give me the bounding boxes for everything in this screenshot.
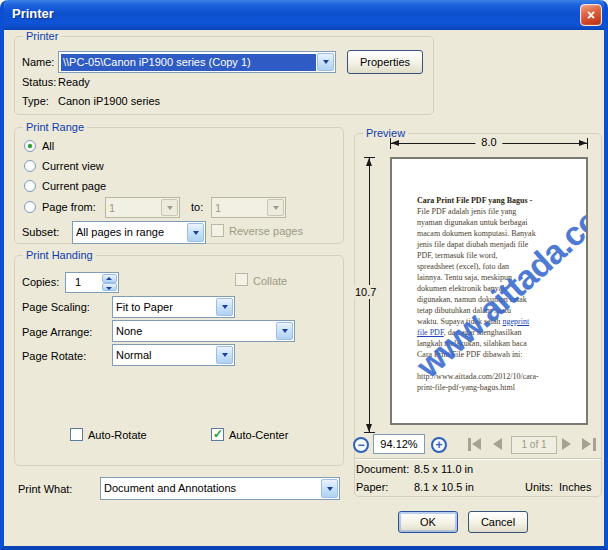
auto-center-checkbox[interactable] — [211, 428, 224, 441]
radio-page-from[interactable] — [24, 201, 36, 213]
first-page-icon[interactable] — [468, 438, 471, 451]
page-rotate-value: Normal — [116, 348, 214, 363]
printer-type-value: Canon iP1900 series — [58, 95, 160, 107]
width-dimension-value: 8.0 — [475, 136, 502, 148]
reverse-pages-checkbox — [211, 224, 224, 237]
radio-current-page-label: Current page — [42, 180, 106, 192]
paper-size-value: 8.1 x 10.5 in — [414, 481, 474, 493]
printer-name-value: \\PC-05\Canon iP1900 series (Copy 1) — [61, 54, 316, 71]
page-to-value: 1 — [215, 201, 265, 216]
page-scaling-value: Fit to Paper — [116, 300, 214, 315]
printer-group-label: Printer — [23, 30, 61, 42]
radio-current-page[interactable] — [24, 180, 36, 192]
radio-current-view[interactable] — [24, 160, 36, 172]
title-bar[interactable]: Printer × — [0, 0, 608, 30]
chevron-down-icon — [267, 199, 284, 216]
chevron-down-icon[interactable] — [187, 223, 204, 242]
page-from-input: 1 — [105, 197, 180, 218]
chevron-down-icon[interactable] — [317, 53, 334, 71]
properties-button[interactable]: Properties — [347, 50, 423, 74]
document-size-value: 8.5 x 11.0 in — [414, 463, 473, 475]
properties-button-label: Properties — [360, 56, 410, 68]
first-page-button[interactable] — [472, 438, 481, 450]
arrow-left-icon — [391, 140, 399, 146]
paper-size-label: Paper: — [356, 481, 388, 493]
printer-name-label: Name: — [22, 56, 54, 68]
height-dimension: 10.7 — [363, 157, 375, 433]
subset-value: All pages in range — [76, 225, 185, 240]
printer-type-label: Type: — [22, 95, 49, 107]
last-page-icon[interactable] — [593, 438, 596, 451]
print-range-group-label: Print Range — [23, 121, 87, 133]
printer-name-select[interactable]: \\PC-05\Canon iP1900 series (Copy 1) — [58, 51, 336, 73]
units-label: Units: — [525, 481, 553, 493]
spin-up-icon[interactable] — [102, 274, 117, 283]
zoom-level-value: 94.12% — [380, 438, 417, 450]
page-scaling-label: Page Scaling: — [22, 301, 90, 313]
page-arrange-label: Page Arrange: — [22, 326, 92, 338]
page-rotate-select[interactable]: Normal — [112, 344, 235, 366]
ok-button-label: OK — [420, 516, 436, 528]
previous-page-button[interactable] — [493, 438, 502, 450]
print-what-value: Document and Annotations — [104, 481, 319, 496]
chevron-down-icon[interactable] — [321, 479, 338, 498]
copies-value: 1 — [75, 276, 81, 288]
auto-rotate-checkbox[interactable] — [70, 428, 83, 441]
spin-down-icon[interactable] — [102, 283, 117, 292]
copies-stepper[interactable]: 1 — [65, 272, 119, 293]
to-label: to: — [191, 201, 203, 213]
chevron-down-icon[interactable] — [216, 346, 233, 364]
print-handling-group-label: Print Handing — [23, 249, 96, 261]
next-page-button[interactable] — [562, 438, 571, 450]
last-page-button[interactable] — [582, 438, 591, 450]
close-button[interactable]: × — [580, 4, 602, 26]
radio-current-view-label: Current view — [42, 160, 104, 172]
ok-button[interactable]: OK — [398, 511, 458, 533]
print-what-select[interactable]: Document and Annotations — [100, 477, 340, 500]
page-indicator-field[interactable]: 1 of 1 — [511, 436, 557, 454]
subset-label: Subset: — [22, 226, 59, 238]
cancel-button-label: Cancel — [481, 516, 515, 528]
auto-center-label: Auto-Center — [229, 429, 288, 441]
page-from-label: Page from: — [42, 201, 96, 213]
page-arrange-value: None — [116, 324, 274, 339]
preview-page: Cara Print File PDF yang Bagus -File PDF… — [390, 157, 588, 425]
page-to-input: 1 — [211, 197, 286, 218]
arrow-up-icon — [366, 158, 372, 166]
chevron-down-icon — [161, 199, 178, 216]
page-arrange-select[interactable]: None — [112, 320, 295, 342]
height-dimension-value: 10.7 — [352, 285, 379, 299]
collate-label: Collate — [253, 275, 287, 287]
close-icon: × — [587, 7, 595, 23]
copies-label: Copies: — [22, 276, 59, 288]
chevron-down-icon[interactable] — [276, 322, 293, 340]
cancel-button[interactable]: Cancel — [468, 511, 528, 533]
radio-all-label: All — [42, 140, 54, 152]
arrow-right-icon — [579, 140, 587, 146]
zoom-in-button[interactable]: + — [431, 437, 447, 453]
zoom-level-input[interactable]: 94.12% — [373, 434, 425, 454]
chevron-down-icon[interactable] — [216, 298, 233, 316]
auto-rotate-label: Auto-Rotate — [88, 429, 147, 441]
page-from-value: 1 — [109, 201, 159, 216]
printer-dialog: Printer × Printer Name: \\PC-05\Canon iP… — [0, 0, 608, 550]
width-dimension: 8.0 — [390, 137, 588, 149]
zoom-out-button[interactable]: − — [353, 437, 369, 453]
page-rotate-label: Page Rotate: — [22, 350, 86, 362]
preview-separator — [355, 458, 601, 460]
printer-status-label: Status: — [22, 76, 56, 88]
document-size-label: Document: — [356, 463, 409, 475]
collate-checkbox — [235, 273, 248, 286]
window-title: Printer — [12, 6, 54, 21]
minus-icon: − — [357, 438, 364, 452]
plus-icon: + — [435, 438, 442, 452]
radio-all[interactable] — [24, 140, 36, 152]
page-indicator-value: 1 of 1 — [521, 439, 546, 450]
arrow-down-icon — [366, 424, 372, 432]
printer-status-value: Ready — [58, 76, 90, 88]
reverse-pages-label: Reverse pages — [229, 225, 303, 237]
print-what-label: Print What: — [18, 483, 72, 495]
units-value: Inches — [559, 481, 591, 493]
subset-select[interactable]: All pages in range — [72, 221, 206, 244]
page-scaling-select[interactable]: Fit to Paper — [112, 296, 235, 318]
